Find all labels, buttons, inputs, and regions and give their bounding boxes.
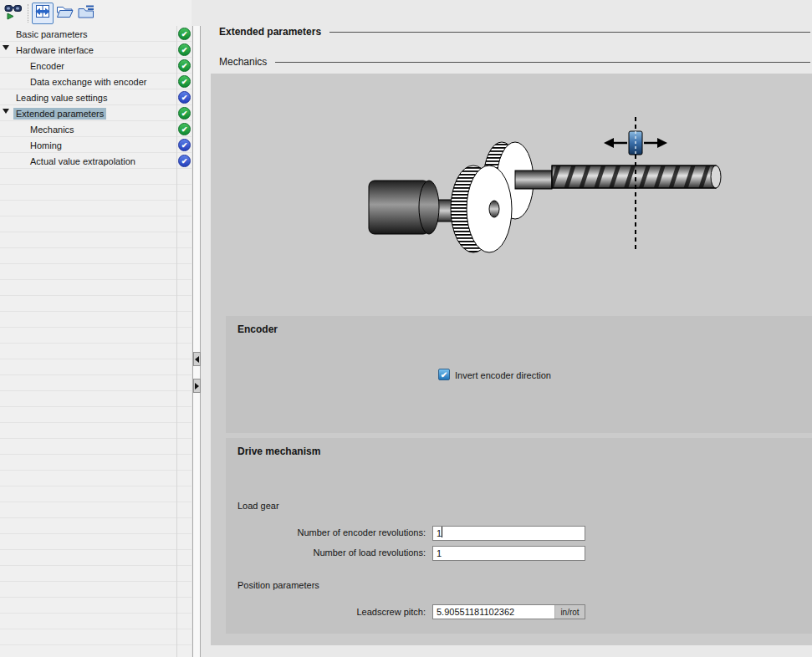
collapse-arrow-icon[interactable]	[3, 109, 9, 114]
sidebar-item-leading-value-settings[interactable]: Leading value settings ✔	[0, 89, 192, 105]
invert-encoder-checkbox[interactable]: ✔	[438, 369, 450, 380]
status-default-icon: ✔	[178, 155, 191, 167]
leadscrew-pitch-field: in/rot	[432, 604, 585, 619]
section-title: Mechanics	[219, 56, 267, 68]
sidebar-item-mechanics[interactable]: Mechanics ✔	[0, 121, 192, 137]
status-ok-icon: ✔	[178, 123, 191, 135]
open-all-button[interactable]	[54, 3, 75, 24]
invert-encoder-label: Invert encoder direction	[455, 370, 551, 380]
status-default-icon: ✔	[178, 139, 191, 151]
load-gear-label: Load gear	[237, 501, 279, 511]
tia-portal-config-window: Basic parameters ✔ Hardware interface ✔ …	[0, 0, 812, 657]
monitor-toggle-button[interactable]	[3, 3, 24, 24]
status-ok-icon: ✔	[178, 75, 191, 88]
load-revolutions-label: Number of load revolutions:	[226, 548, 432, 558]
text-caret	[442, 527, 442, 537]
page-title: Extended parameters	[219, 26, 321, 38]
drive-section-title: Drive mechanism	[237, 446, 320, 457]
drive-mechanism-section: Drive mechanism Load gear Number of enco…	[226, 438, 812, 634]
status-column-divider	[176, 26, 177, 657]
sidebar-item-data-exchange-with-encoder[interactable]: Data exchange with encoder ✔	[0, 74, 192, 89]
collapse-left-button[interactable]	[193, 352, 201, 366]
collapse-arrow-icon[interactable]	[3, 45, 9, 50]
encoder-revolutions-input[interactable]	[432, 526, 585, 541]
leadscrew-pitch-input[interactable]	[433, 605, 554, 619]
position-parameters-label: Position parameters	[237, 580, 319, 590]
leadscrew-drive-diagram	[351, 107, 744, 270]
main-config-area: Extended parameters Mechanics	[211, 0, 812, 657]
close-all-button[interactable]	[75, 3, 97, 24]
sidebar-item-extended-parameters[interactable]: Extended parameters ✔	[0, 105, 192, 121]
encoder-section: Encoder ✔ Invert encoder direction	[226, 316, 812, 433]
subtitle-rule	[275, 62, 810, 63]
status-ok-icon: ✔	[178, 59, 191, 72]
folder-open-icon	[55, 3, 74, 24]
sidebar-item-actual-value-extrapolation[interactable]: Actual value extrapolation ✔	[0, 153, 192, 169]
sidebar-item-homing[interactable]: Homing ✔	[0, 137, 192, 153]
sidebar-item-encoder[interactable]: Encoder ✔	[0, 58, 192, 74]
split-pane-arrows-icon	[33, 3, 52, 24]
folder-contents-icon	[77, 3, 95, 24]
toolbar-separator	[28, 4, 28, 23]
status-ok-icon: ✔	[178, 43, 191, 56]
config-navigation-tree: Basic parameters ✔ Hardware interface ✔ …	[0, 26, 192, 169]
status-default-icon: ✔	[178, 91, 191, 104]
triangle-left-icon	[195, 356, 199, 363]
sidebar-item-hardware-interface[interactable]: Hardware interface ✔	[0, 42, 192, 58]
status-ok-icon: ✔	[178, 28, 191, 40]
status-ok-icon: ✔	[178, 107, 191, 120]
leadscrew-pitch-label: Leadscrew pitch:	[226, 607, 432, 617]
navigation-sidebar: Basic parameters ✔ Hardware interface ✔ …	[0, 0, 192, 657]
encoder-revolutions-label: Number of encoder revolutions:	[226, 527, 432, 537]
encoder-section-title: Encoder	[237, 323, 278, 335]
title-rule	[329, 32, 810, 33]
load-revolutions-input[interactable]	[432, 546, 585, 561]
pitch-unit-tag: in/rot	[554, 605, 585, 619]
pane-split-button[interactable]	[32, 3, 54, 24]
collapse-right-button[interactable]	[193, 379, 201, 393]
sidebar-item-basic-parameters[interactable]: Basic parameters ✔	[0, 26, 192, 42]
pane-splitter-bar[interactable]	[192, 26, 201, 657]
monitor-goggles-icon	[4, 3, 23, 24]
mechanics-content-panel: Encoder ✔ Invert encoder direction Drive…	[211, 74, 812, 645]
sidebar-toolbar	[0, 0, 192, 26]
triangle-right-icon	[195, 383, 199, 390]
